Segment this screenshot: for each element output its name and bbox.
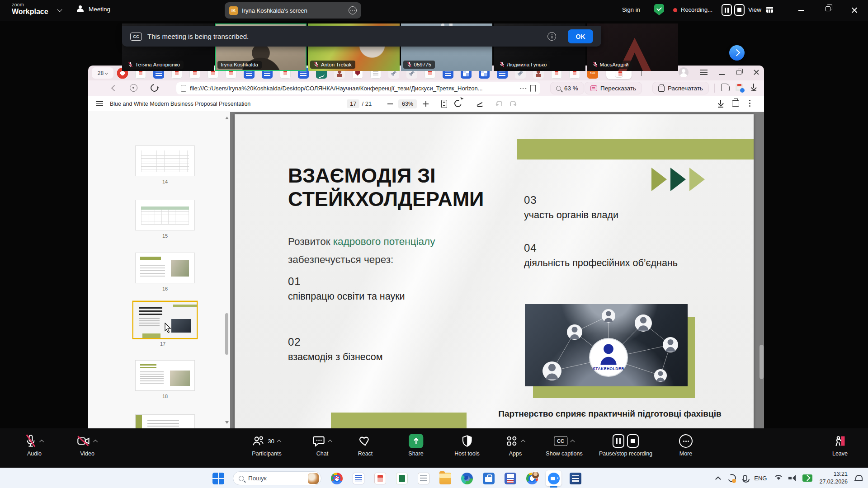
scrollbar-thumb[interactable] [225, 313, 228, 355]
scroll-down-icon[interactable] [225, 421, 229, 426]
taskbar-app-icon[interactable] [524, 470, 540, 486]
recording-controls[interactable]: Pause/stop recording [599, 433, 652, 457]
browser-close-button[interactable] [753, 69, 760, 75]
pause-recording-button[interactable] [722, 4, 732, 16]
pdf-menu-icon[interactable] [96, 101, 103, 106]
thumbnail-item[interactable]: 16 [136, 253, 194, 291]
undo-button[interactable] [496, 101, 502, 106]
video-options-chevron[interactable] [93, 439, 98, 444]
extension-badge-icon[interactable] [736, 84, 743, 91]
close-button[interactable] [851, 7, 858, 14]
annotate-button[interactable] [476, 100, 484, 107]
stop-recording-button[interactable] [734, 4, 745, 16]
bookmark-icon[interactable] [530, 85, 536, 92]
taskbar-app-icon[interactable] [415, 470, 431, 486]
retell-button[interactable]: Пересказать [585, 82, 642, 94]
restore-button[interactable] [826, 6, 830, 11]
taskbar-app-icon[interactable] [329, 470, 344, 486]
taskbar-app-icon[interactable] [502, 470, 518, 486]
pdf-zoom-level[interactable]: 63% [398, 99, 417, 108]
thumbnail-preview[interactable] [136, 200, 194, 230]
thumbnail-item[interactable]: 15 [136, 200, 194, 239]
pdf-scrollbar-thumb[interactable] [760, 345, 764, 379]
thumbnail-preview[interactable] [136, 361, 194, 390]
sidebar-scrollbar[interactable] [224, 112, 230, 428]
chat-button[interactable]: Chat [312, 433, 332, 457]
more-options-icon[interactable] [349, 6, 357, 14]
search-highlight-image[interactable] [308, 473, 319, 484]
host-tools-button[interactable]: Host tools [454, 433, 480, 457]
zoom-out-button[interactable] [387, 103, 393, 104]
browser-profile-avatar[interactable] [679, 67, 689, 77]
thumbnail-preview[interactable] [136, 415, 194, 428]
chevron-down-icon[interactable] [57, 7, 62, 12]
thumbnail-item[interactable] [136, 415, 194, 428]
rotate-button[interactable] [453, 99, 462, 108]
participants-options-chevron[interactable] [277, 439, 282, 444]
minimize-button[interactable] [798, 10, 804, 11]
sign-in-link[interactable]: Sign in [622, 6, 640, 13]
thumbnail-item[interactable]: 18 [136, 361, 194, 399]
audio-options-chevron[interactable] [39, 439, 44, 444]
start-button[interactable] [212, 473, 224, 484]
taskbar-app-icon[interactable] [481, 470, 496, 486]
apps-button[interactable]: Apps [505, 433, 525, 457]
browser-menu-icon[interactable] [700, 70, 708, 75]
info-icon[interactable] [547, 32, 556, 41]
wifi-icon[interactable] [774, 475, 782, 481]
redo-button[interactable] [510, 101, 516, 106]
captions-options-chevron[interactable] [570, 439, 575, 444]
taskbar-app-icon[interactable] [459, 470, 475, 486]
taskbar-app-icon[interactable] [567, 470, 583, 486]
taskbar-app-icon[interactable] [394, 470, 410, 486]
thumbnail-preview[interactable] [136, 253, 194, 283]
stop-recording-icon[interactable] [627, 434, 639, 448]
volume-icon[interactable] [788, 475, 796, 481]
participants-button[interactable]: 30 Participants [252, 433, 281, 457]
taskbar-app-icon[interactable] [437, 470, 453, 486]
print-page-button[interactable]: Распечатать [652, 82, 709, 94]
tray-expand-icon[interactable] [715, 476, 721, 482]
audio-button[interactable]: Audio [25, 433, 44, 457]
zoom-in-button[interactable] [423, 101, 429, 107]
expand-gallery-button[interactable] [729, 45, 745, 61]
reload-icon[interactable] [149, 83, 160, 94]
taskbar-app-icon[interactable] [350, 470, 366, 486]
apps-options-chevron[interactable] [521, 439, 525, 444]
sync-icon[interactable] [727, 473, 737, 483]
thumbnail-preview[interactable] [136, 146, 194, 176]
shared-screen-tab[interactable]: IK Iryna Koshkalda's screen [225, 2, 361, 19]
pdf-more-menu[interactable] [749, 100, 750, 101]
more-button[interactable]: More [679, 433, 693, 457]
pause-recording-icon[interactable] [613, 434, 624, 448]
browser-zoom-chip[interactable]: 63 % [550, 82, 584, 94]
captions-button[interactable]: CC Show captions [546, 433, 582, 457]
security-shield-icon[interactable] [654, 4, 664, 15]
video-button[interactable]: Video [77, 433, 98, 457]
url-text[interactable]: file:///C:/Users/Iryna%20Koshkalda/Deskt… [190, 85, 516, 92]
notifications-bell-icon[interactable] [854, 474, 862, 482]
current-page-input[interactable]: 17 [347, 99, 359, 108]
download-button[interactable] [717, 100, 724, 108]
view-button[interactable]: View [748, 6, 761, 13]
taskbar-search[interactable]: Пошук [233, 471, 321, 485]
taskbar-clock[interactable]: 13:21 27.02.2026 [819, 470, 848, 486]
language-indicator[interactable]: ENG [754, 475, 767, 482]
battery-icon[interactable] [802, 474, 812, 482]
downloads-icon[interactable] [750, 84, 757, 91]
browser-protect-icon[interactable] [130, 84, 137, 92]
react-button[interactable]: React [358, 433, 373, 457]
taskbar-app-icon[interactable] [546, 470, 561, 486]
url-more-icon[interactable] [519, 88, 527, 89]
thumbnail-item[interactable]: 17 [133, 302, 192, 347]
view-grid-icon[interactable] [766, 7, 773, 13]
extension-icon[interactable] [721, 84, 730, 91]
browser-minimize-button[interactable] [719, 74, 725, 75]
taskbar-app-icon[interactable] [372, 470, 388, 486]
tab-meeting[interactable]: Meeting [77, 5, 110, 13]
leave-button[interactable]: Leave [832, 433, 848, 457]
print-button[interactable] [732, 100, 739, 107]
chat-options-chevron[interactable] [328, 439, 332, 444]
scroll-up-icon[interactable] [225, 115, 229, 119]
thumbnail-item[interactable]: 14 [136, 146, 194, 184]
